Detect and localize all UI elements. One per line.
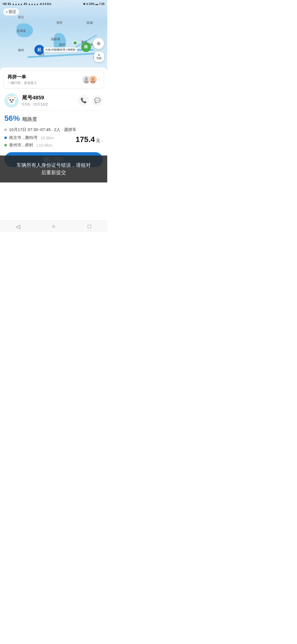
origin-dot-icon bbox=[4, 137, 7, 139]
date-dot-icon bbox=[4, 129, 7, 131]
start-marker: 起 bbox=[34, 45, 44, 55]
svg-point-4 bbox=[91, 77, 94, 80]
carpool-banner[interactable]: 再拼一单 一趟行程，多份收入 bbox=[3, 71, 104, 88]
waypoint-green bbox=[73, 41, 77, 45]
trip-count: 11 bbox=[41, 102, 45, 106]
error-toast: 车辆所有人身份证号错误，请核对后重新提交 bbox=[0, 155, 107, 182]
svg-point-1 bbox=[85, 77, 88, 80]
nav-recents-button[interactable]: □ bbox=[72, 223, 107, 230]
chat-icon: 💬 bbox=[94, 97, 100, 103]
map-label: 淮安 bbox=[56, 21, 62, 25]
nav-back-icon: ◁ bbox=[16, 223, 20, 230]
svg-point-10 bbox=[7, 97, 9, 99]
map-label: 滁州 bbox=[18, 48, 24, 52]
carpool-chevron-icon: › bbox=[98, 77, 100, 82]
trip-info-list: 10月17日 07:30~07:45 · 2人 · 愿拼车 bbox=[0, 125, 107, 132]
nav-recents-icon: □ bbox=[88, 223, 91, 230]
svg-point-12 bbox=[10, 99, 11, 101]
navigate-button[interactable]: ➤ 导航 bbox=[94, 52, 104, 62]
rider-actions: 📞 💬 bbox=[78, 95, 103, 106]
back-button[interactable]: ‹ 宿迁 bbox=[3, 8, 19, 15]
error-toast-message: 车辆所有人身份证号错误，请核对后重新提交 bbox=[8, 162, 100, 176]
status-bar: HD 4G ▲▲▲▲ 4G ▲▲▲▲ ≋ 3.4 K/s ✱ ⊙ 23% ▬ 7… bbox=[0, 0, 107, 8]
route-degree: 56% 顺路度 bbox=[0, 111, 107, 125]
navigate-icon: ➤ bbox=[98, 53, 100, 56]
carpool-text: 再拼一单 一趟行程，多份收入 bbox=[7, 74, 37, 85]
trip-date-row: 10月17日 07:30~07:45 · 2人 · 愿拼车 bbox=[4, 127, 103, 132]
origin-text: 南京市...雅特湾 bbox=[9, 135, 37, 140]
rider-rating: 5.0分 bbox=[22, 102, 31, 106]
map-label: 宿迁 bbox=[18, 15, 24, 19]
back-arrow-icon: ‹ bbox=[6, 9, 7, 14]
signal-icons: HD 4G ▲▲▲▲ 4G ▲▲▲▲ ≋ bbox=[3, 2, 42, 6]
battery-icon: ▬ bbox=[95, 2, 98, 6]
phone-icon: 📞 bbox=[81, 97, 87, 103]
degree-label: 顺路度 bbox=[22, 116, 37, 122]
status-right: ✱ ⊙ 23% ▬ 7:25 bbox=[83, 2, 105, 6]
nav-back-button[interactable]: ◁ bbox=[0, 223, 36, 230]
destination-km: 110.6km bbox=[37, 143, 53, 148]
carpool-subtitle: 一趟行程，多份收入 bbox=[7, 81, 37, 85]
svg-point-14 bbox=[11, 101, 12, 102]
rider-plate: 尾号4859 bbox=[22, 94, 75, 101]
location-rows: 南京市...雅特湾 10.8km 175.4 元 › 泰州市...师村 110.… bbox=[0, 135, 107, 148]
phone-button[interactable]: 📞 bbox=[78, 95, 89, 106]
battery-level: 23% bbox=[89, 2, 95, 6]
navigate-label: 导航 bbox=[96, 56, 102, 60]
trip-date-text: 10月17日 07:30~07:45 · 2人 · 愿拼车 bbox=[9, 127, 76, 132]
carpool-title: 再拼一单 bbox=[7, 74, 37, 80]
destination-dot-icon bbox=[4, 144, 7, 146]
svg-point-13 bbox=[12, 99, 14, 101]
back-label: 宿迁 bbox=[9, 9, 16, 14]
rider-avatar bbox=[4, 93, 19, 108]
status-left: HD 4G ▲▲▲▲ 4G ▲▲▲▲ ≋ 3.4 K/s bbox=[3, 2, 51, 6]
rider-stats: 5.0分 · 出行11次 bbox=[22, 102, 75, 107]
avatar-stack bbox=[82, 75, 97, 84]
chat-button[interactable]: 💬 bbox=[92, 95, 103, 106]
bottom-panel: 再拼一单 一趟行程，多份收入 bbox=[0, 67, 107, 220]
svg-point-5 bbox=[90, 80, 95, 84]
map-label: 高邮湖 bbox=[51, 37, 60, 41]
origin-km: 10.8km bbox=[41, 135, 54, 140]
location-button[interactable]: ⊕ bbox=[93, 38, 104, 49]
bluetooth-icon: ✱ bbox=[83, 2, 85, 6]
rider-info: 尾号4859 5.0分 · 出行11次 bbox=[22, 94, 75, 107]
price-block[interactable]: 175.4 元 › bbox=[76, 135, 103, 144]
map-label: 扬州 bbox=[59, 43, 65, 47]
speed-indicator: 3.4 K/s bbox=[42, 2, 51, 6]
svg-point-2 bbox=[84, 80, 89, 84]
price-value: 175.4 bbox=[76, 135, 95, 144]
location-status-icon: ⊙ bbox=[86, 2, 88, 6]
map-label: 盐城 bbox=[87, 21, 93, 25]
nav-home-icon: ○ bbox=[52, 223, 55, 230]
carpool-avatars: › bbox=[82, 75, 100, 84]
degree-percent: 56% bbox=[4, 114, 20, 122]
nav-home-button[interactable]: ○ bbox=[36, 223, 72, 230]
avatar-2 bbox=[89, 75, 97, 84]
route-callout: 大地·伊丽雅特湾 | 禅师村 bbox=[43, 47, 77, 52]
destination-text: 泰州市...师村 bbox=[9, 143, 33, 148]
clock: 7:25 bbox=[99, 2, 105, 6]
rider-row: 尾号4859 5.0分 · 出行11次 📞 💬 bbox=[0, 91, 107, 110]
svg-point-11 bbox=[14, 97, 16, 99]
price-chevron-icon: › bbox=[101, 138, 103, 143]
bottom-nav-bar: ◁ ○ □ bbox=[0, 220, 107, 232]
crosshair-icon: ⊕ bbox=[97, 40, 101, 47]
price-unit: 元 bbox=[96, 138, 100, 143]
map-label: 洪泽湖 bbox=[16, 29, 26, 33]
end-marker: 终 bbox=[81, 42, 91, 52]
